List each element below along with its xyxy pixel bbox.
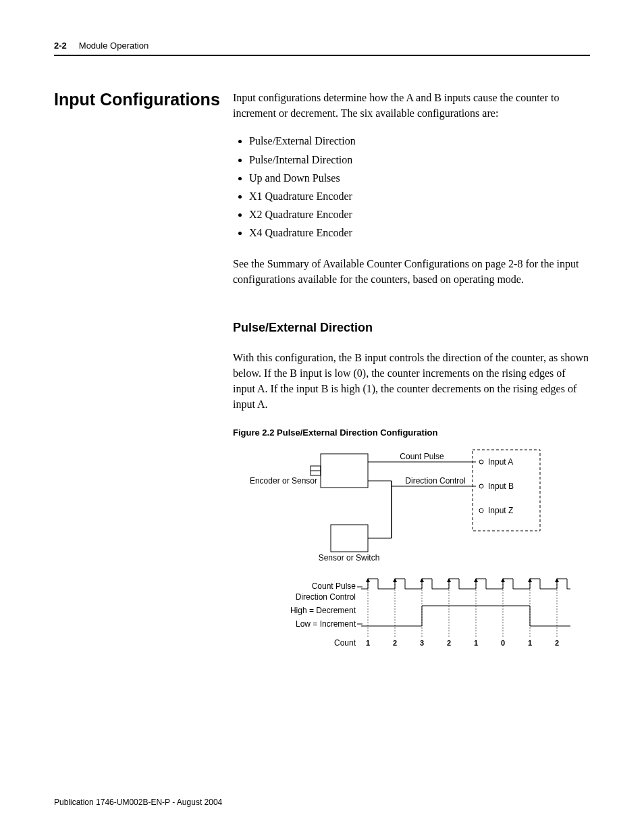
page-number: 2-2: [54, 41, 67, 51]
figure-caption: Figure 2.2 Pulse/External Direction Conf…: [233, 427, 590, 438]
subsection-body: With this configuration, the B input con…: [233, 350, 590, 413]
count-value: 3: [420, 639, 424, 647]
svg-point-12: [479, 509, 483, 513]
direction-control-label: Direction Control: [405, 476, 465, 486]
svg-point-4: [479, 460, 483, 464]
list-item: Pulse/Internal Direction: [249, 151, 590, 169]
svg-rect-7: [331, 525, 368, 552]
svg-rect-0: [321, 454, 368, 488]
input-a-label: Input A: [488, 457, 513, 467]
intro-paragraph: Input configurations determine how the A…: [233, 90, 590, 121]
wave-dir-line1: Direction Control: [296, 592, 356, 602]
sensor-label: Sensor or Switch: [319, 553, 380, 563]
chapter-title: Module Operation: [79, 41, 149, 51]
figure-diagram: Count Pulse Direction Control Encoder or…: [233, 447, 590, 652]
wave-count-pulse-label: Count Pulse: [312, 581, 356, 591]
config-list: Pulse/External Direction Pulse/Internal …: [233, 132, 590, 242]
list-item: X4 Quadrature Encoder: [249, 224, 590, 242]
list-item: Up and Down Pulses: [249, 169, 590, 187]
header-rule: [54, 55, 590, 56]
input-z-label: Input Z: [488, 506, 513, 515]
count-pulse-label: Count Pulse: [400, 452, 444, 461]
count-value: 2: [393, 639, 397, 647]
section-title: Input Configurations: [54, 90, 233, 109]
count-value: 2: [447, 639, 451, 647]
after-list-paragraph: See the Summary of Available Counter Con…: [233, 256, 590, 287]
wave-dir-line2: High = Decrement: [290, 606, 356, 615]
list-item: Pulse/External Direction: [249, 132, 590, 150]
list-item: X1 Quadrature Encoder: [249, 187, 590, 205]
list-item: X2 Quadrature Encoder: [249, 205, 590, 224]
publication-footer: Publication 1746-UM002B-EN-P - August 20…: [54, 798, 222, 807]
wave-count-label: Count: [334, 638, 356, 648]
count-value: 2: [555, 639, 559, 647]
wave-dir-line3: Low = Increment: [296, 619, 356, 629]
count-value: 1: [474, 639, 478, 647]
count-value: 0: [501, 639, 505, 647]
subsection-title: Pulse/External Direction: [233, 321, 590, 335]
count-value: 1: [366, 639, 370, 647]
count-value: 1: [528, 639, 532, 647]
encoder-label: Encoder or Sensor: [250, 476, 317, 486]
input-b-label: Input B: [488, 481, 514, 491]
svg-point-11: [479, 484, 483, 488]
page-header: 2-2 Module Operation: [54, 41, 590, 51]
